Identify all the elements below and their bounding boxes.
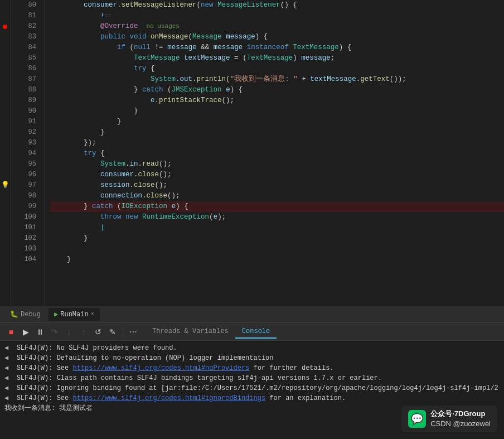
edit-button[interactable]: ✎ bbox=[106, 325, 119, 339]
console-line-1: ◀ SLF4J(W): No SLF4J providers were foun… bbox=[4, 343, 500, 353]
code-line-101: | bbox=[50, 223, 504, 233]
console-text-6a: SLF4J(W): See bbox=[17, 394, 73, 402]
margin-95 bbox=[0, 159, 11, 170]
code-line-82: @Override no usages bbox=[50, 21, 504, 32]
margin-86 bbox=[0, 64, 11, 74]
code-line-86: try { bbox=[50, 64, 504, 74]
watermark-csdn: CSDN @zuozewei bbox=[430, 419, 491, 429]
resume-button[interactable]: ▶ bbox=[19, 325, 32, 339]
ln-85: 85 bbox=[11, 53, 40, 64]
code-line-83: public void onMessage(Message message) { bbox=[50, 32, 504, 42]
runmain-tab-close[interactable]: × bbox=[91, 311, 94, 317]
debug-tab-bar: 🐛 Debug ▶ RunMain × bbox=[0, 306, 504, 323]
ln-101: 101 bbox=[11, 223, 40, 233]
console-link-6[interactable]: https://www.slf4j.org/codes.html#ignored… bbox=[72, 394, 265, 402]
console-text-6b: for an explanation. bbox=[265, 394, 346, 402]
margin-102 bbox=[0, 233, 11, 244]
console-text-4: SLF4J(W): Class path contains SLF4J bind… bbox=[17, 374, 382, 382]
code-line-98: connection.close(); bbox=[50, 191, 504, 201]
ln-96: 96 bbox=[11, 170, 40, 180]
watermark-text: 公众号·7DGroup CSDN @zuozewei bbox=[430, 409, 491, 429]
ln-82: 82 bbox=[11, 21, 40, 32]
debug-tab-label: Debug bbox=[21, 311, 41, 319]
code-line-92: } bbox=[50, 127, 504, 138]
code-line-89: e.printStackTrace(); bbox=[50, 95, 504, 106]
margin-100 bbox=[0, 212, 11, 223]
margin-80 bbox=[0, 0, 11, 11]
margin-101 bbox=[0, 223, 11, 233]
console-text-1: SLF4J(W): No SLF4J providers were found. bbox=[17, 344, 177, 352]
code-line-103 bbox=[50, 244, 504, 254]
margin-91 bbox=[0, 117, 11, 127]
ln-91: 91 bbox=[11, 117, 40, 127]
run-icon: ▶ bbox=[54, 310, 58, 319]
stop-button[interactable]: ■ bbox=[4, 325, 18, 339]
tab-debug[interactable]: 🐛 Debug bbox=[4, 308, 46, 321]
watermark-icon: 💬 bbox=[408, 410, 426, 428]
debug-toolbar: ■ ▶ ⏸ ↷ ↓ ↑ ↺ ✎ ⋯ Threads & Variables Co… bbox=[0, 323, 504, 341]
ln-99: 99 bbox=[11, 201, 40, 212]
margin-92 bbox=[0, 127, 11, 138]
ln-102: 102 bbox=[11, 233, 40, 244]
ln-87: 87 bbox=[11, 74, 40, 85]
ln-97: 97 bbox=[11, 180, 40, 191]
console-text-3a: SLF4J(W): See bbox=[17, 364, 73, 372]
code-line-105 bbox=[50, 265, 504, 276]
code-line-96: consumer.close(); bbox=[50, 170, 504, 180]
code-line-91: } bbox=[50, 117, 504, 127]
tab-console[interactable]: Console bbox=[235, 325, 277, 339]
margin-81 bbox=[0, 11, 11, 21]
ln-95: 95 bbox=[11, 159, 40, 170]
margin-103 bbox=[0, 244, 11, 254]
pause-button[interactable]: ⏸ bbox=[33, 325, 47, 339]
margin-90 bbox=[0, 106, 11, 117]
ln-80: 80 bbox=[11, 0, 40, 11]
rerun-button[interactable]: ↺ bbox=[91, 325, 105, 339]
console-line-6: ◀ SLF4J(W): See https://www.slf4j.org/co… bbox=[4, 393, 500, 403]
code-line-95: System.in.read(); bbox=[50, 159, 504, 170]
margin-82 bbox=[0, 21, 11, 32]
ln-104: 104 bbox=[11, 254, 40, 265]
toolbar-separator bbox=[123, 327, 123, 337]
step-out-button[interactable]: ↑ bbox=[77, 325, 90, 339]
tab-threads-variables[interactable]: Threads & Variables bbox=[146, 325, 235, 339]
ln-94: 94 bbox=[11, 148, 40, 159]
margin-89 bbox=[0, 95, 11, 106]
tab-runmain[interactable]: ▶ RunMain × bbox=[49, 308, 100, 321]
step-over-button[interactable]: ↷ bbox=[48, 325, 61, 339]
step-into-button[interactable]: ↓ bbox=[62, 325, 76, 339]
margin-94 bbox=[0, 148, 11, 159]
code-line-99: } catch (IOException e) { bbox=[50, 201, 504, 212]
margin-99 bbox=[0, 201, 11, 212]
margin-88 bbox=[0, 85, 11, 95]
left-arrow-3: ◀ bbox=[4, 364, 12, 372]
margin-104 bbox=[0, 254, 11, 265]
margin-93 bbox=[0, 138, 11, 148]
breakpoint-82[interactable] bbox=[3, 25, 7, 29]
console-toolbar-tabs: Threads & Variables Console bbox=[146, 325, 277, 339]
code-line-84: if (null != message && message instanceo… bbox=[50, 42, 504, 53]
ln-90: 90 bbox=[11, 106, 40, 117]
line-numbers: 80 81 82 83 84 85 86 87 88 89 90 91 92 9… bbox=[11, 0, 45, 306]
margin-98 bbox=[0, 191, 11, 201]
code-editor: 💡 80 81 82 83 84 85 86 87 88 89 90 91 92… bbox=[0, 0, 504, 306]
code-line-80: consumer.setMessageListener(new MessageL… bbox=[50, 0, 504, 11]
runmain-tab-label: RunMain bbox=[60, 311, 88, 319]
warning-97: 💡 bbox=[1, 180, 9, 191]
left-arrow-6: ◀ bbox=[4, 394, 12, 402]
more-button[interactable]: ⋯ bbox=[127, 325, 140, 339]
code-line-90: } bbox=[50, 106, 504, 117]
ln-81: 81 bbox=[11, 11, 40, 21]
left-margin: 💡 bbox=[0, 0, 11, 306]
code-line-85: TextMessage textMessage = (TextMessage) … bbox=[50, 53, 504, 64]
left-arrow-5: ◀ bbox=[4, 384, 12, 392]
console-link-3[interactable]: https://www.slf4j.org/codes.html#noProvi… bbox=[72, 364, 249, 372]
console-text-5: SLF4J(W): Ignoring binding found at [jar… bbox=[17, 384, 500, 392]
console-line-3: ◀ SLF4J(W): See https://www.slf4j.org/co… bbox=[4, 363, 500, 373]
ln-88: 88 bbox=[11, 85, 40, 95]
code-lines: consumer.setMessageListener(new MessageL… bbox=[45, 0, 504, 306]
ln-84: 84 bbox=[11, 42, 40, 53]
console-text-3b: for further details. bbox=[249, 364, 333, 372]
ln-92: 92 bbox=[11, 127, 40, 138]
left-arrow-4: ◀ bbox=[4, 374, 12, 382]
